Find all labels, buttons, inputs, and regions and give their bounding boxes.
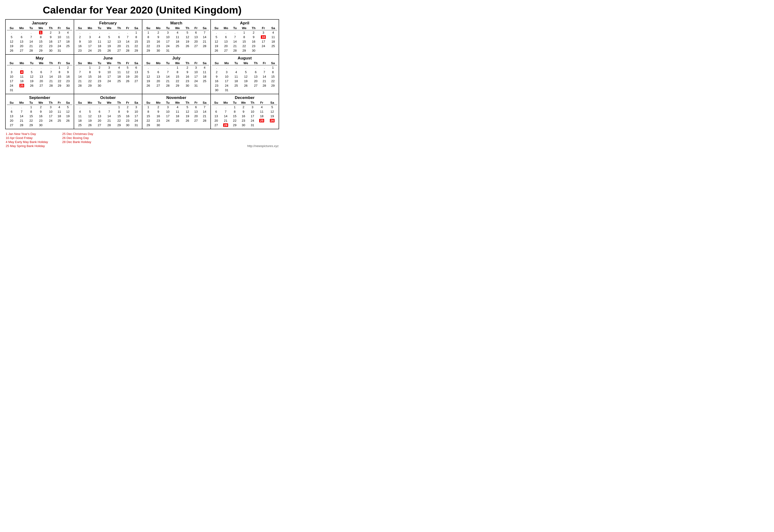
calendar-day: 19 xyxy=(104,44,115,48)
calendar-day: . xyxy=(75,105,85,110)
calendar-day: 3 xyxy=(7,70,16,74)
holiday-day: 10 xyxy=(261,35,266,39)
calendar-day: . xyxy=(7,105,16,110)
calendar-day: 17 xyxy=(258,39,269,44)
calendar-day: 21 xyxy=(16,118,27,123)
calendar-day: 8 xyxy=(268,70,277,74)
day-header: Mo xyxy=(16,26,27,30)
day-header: Fr xyxy=(256,101,267,105)
calendar-day: 14 xyxy=(104,114,115,118)
calendar-day: 28 xyxy=(123,48,132,53)
table-row: 891011121314 xyxy=(144,35,209,39)
calendar-day: 25 xyxy=(172,44,183,48)
calendar-day: 22 xyxy=(27,118,35,123)
page-title: Calendar for Year 2020 (United Kingdom) xyxy=(5,4,279,16)
calendar-day: 5 xyxy=(7,35,16,39)
calendar-day xyxy=(260,88,268,92)
calendar-day: 11 xyxy=(115,70,124,74)
holiday-day: 28 xyxy=(223,123,228,127)
calendar-day: 18 xyxy=(55,114,63,118)
calendar-day: . xyxy=(212,105,220,110)
day-header: Sa xyxy=(269,26,277,30)
day-header: Tu xyxy=(163,61,172,65)
calendar-day: 27 xyxy=(36,83,46,88)
day-header: We xyxy=(238,101,248,105)
calendar-day: . xyxy=(104,30,115,35)
calendar-day: 6 xyxy=(7,109,16,114)
calendar-day: 14 xyxy=(200,35,209,39)
holidays-left: 1 Jan New Year's Day10 Apr Good Friday4 … xyxy=(6,132,48,148)
calendar-day: 9 xyxy=(153,109,164,114)
calendar-day: 28 xyxy=(47,83,55,88)
calendar-day: 25 xyxy=(63,44,72,48)
calendar-day: 10 xyxy=(221,74,232,79)
calendar-day: 23 xyxy=(35,118,46,123)
calendar-day: 1 xyxy=(55,65,63,70)
calendar-day: 2 xyxy=(183,65,192,70)
calendar-day: 21 xyxy=(104,118,115,123)
calendar-day: 13 xyxy=(16,39,27,44)
calendar-day: 11 xyxy=(63,35,72,39)
table-row: 23242526272829 xyxy=(75,48,141,53)
calendar-day: 12 xyxy=(104,39,115,44)
calendar-day: 30 xyxy=(238,123,248,127)
day-header: We xyxy=(36,61,46,65)
calendar-day: . xyxy=(16,105,27,110)
calendar-day: 4 xyxy=(63,30,72,35)
calendar-day: 9 xyxy=(249,35,258,39)
calendar-day: 29 xyxy=(268,83,277,88)
day-header: Mo xyxy=(220,101,231,105)
calendar-day: 13 xyxy=(153,74,164,79)
calendar-day: 6 xyxy=(16,35,27,39)
day-header: Th xyxy=(46,26,55,30)
calendar-day: 1 xyxy=(239,30,249,35)
calendar-day: 25 xyxy=(232,83,240,88)
calendar-day: 4 xyxy=(75,109,85,114)
calendar-day: 1 xyxy=(144,30,153,35)
calendar-day: 11 xyxy=(55,109,63,114)
table-row: 3456789 xyxy=(7,70,72,74)
calendar-day: 18 xyxy=(75,118,85,123)
calendar-day: 13 xyxy=(95,114,104,118)
calendar-day: 21 xyxy=(231,44,239,48)
calendar-day: 2 xyxy=(153,30,164,35)
day-header: We xyxy=(35,101,46,105)
calendar-day: 28 xyxy=(104,123,115,127)
calendar-day: 16 xyxy=(35,114,46,118)
table-row: 12131415161718 xyxy=(144,74,209,79)
day-header: Tu xyxy=(27,61,36,65)
calendar-day: 1 xyxy=(172,65,183,70)
calendar-day: 30 xyxy=(212,88,221,92)
calendar-day: 27 xyxy=(115,48,124,53)
table-row: 22232425262728 xyxy=(144,118,209,123)
month-block-march: MarchSuMoTuWeThFrSa123456789101112131415… xyxy=(142,20,211,55)
calendar-day: 30 xyxy=(46,48,55,53)
table-row: 24252627282930 xyxy=(7,83,72,88)
calendar-day: 31 xyxy=(132,123,141,127)
calendar-day: 25 xyxy=(256,118,267,123)
calendar-day: 21 xyxy=(220,118,231,123)
day-header: Th xyxy=(251,61,260,65)
calendar-day: 9 xyxy=(238,109,248,114)
calendar-day: 23 xyxy=(183,79,192,83)
table-row: 16171819202122 xyxy=(212,79,278,83)
day-header: Fr xyxy=(123,61,132,65)
table-row: 13141516171819 xyxy=(212,114,278,118)
month-name: August xyxy=(212,56,278,61)
table-row: 12131415161718 xyxy=(212,39,278,44)
calendar-day: 18 xyxy=(95,44,104,48)
calendar-day: 24 xyxy=(221,83,232,88)
calendar-day: 19 xyxy=(144,79,153,83)
calendar-day: 19 xyxy=(267,114,277,118)
calendar-table: SuMoTuWeThFrSa..123456789101112131415161… xyxy=(212,101,278,127)
day-header: We xyxy=(172,101,183,105)
calendar-day: 10 xyxy=(7,74,16,79)
calendar-day: 26 xyxy=(104,48,115,53)
day-header: Mo xyxy=(221,61,232,65)
calendar-day: 15 xyxy=(239,39,249,44)
calendar-day: 11 xyxy=(232,74,240,79)
calendar-day xyxy=(132,83,141,88)
calendar-day: 11 xyxy=(269,35,277,39)
calendar-day: . xyxy=(104,105,115,110)
footer-columns: 1 Jan New Year's Day10 Apr Good Friday4 … xyxy=(6,132,93,148)
